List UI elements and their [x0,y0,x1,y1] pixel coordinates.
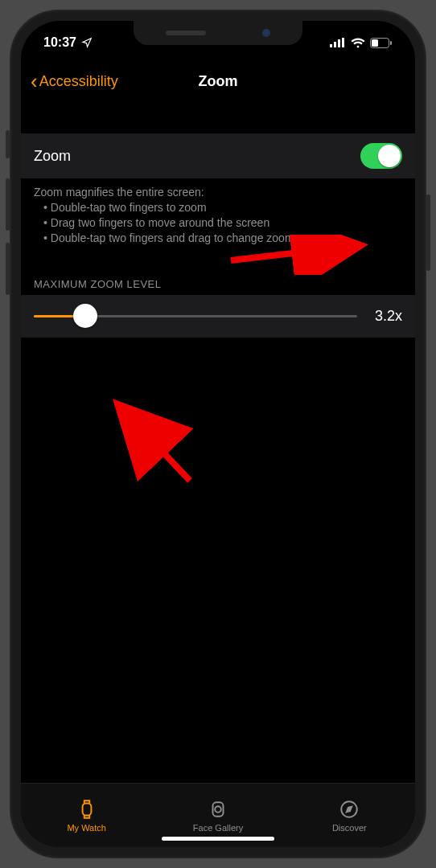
zoom-slider-row: 3.2x [21,295,415,338]
notch [134,21,302,45]
home-indicator[interactable] [162,837,274,841]
front-camera [262,29,270,37]
watch-icon [76,799,97,820]
back-label: Accessibility [39,73,118,90]
svg-rect-3 [342,38,344,47]
desc-item: Drag two fingers to move around the scre… [43,215,402,231]
zoom-toggle[interactable] [360,143,402,169]
phone-frame: 10:37 ‹ Accessibility Zoom Zoom [10,10,426,858]
volume-down-button [6,243,10,295]
tab-label: Discover [332,823,367,833]
svg-rect-2 [338,39,340,47]
max-zoom-header: MAXIMUM ZOOM LEVEL [21,246,415,295]
location-icon [81,37,93,48]
zoom-row-label: Zoom [34,148,71,165]
zoom-row[interactable]: Zoom [21,133,415,178]
desc-item: Double-tap two fingers and drag to chang… [43,231,402,246]
desc-heading: Zoom magnifies the entire screen: [34,185,402,200]
svg-rect-5 [372,39,378,47]
content-area: Zoom Zoom magnifies the entire screen: D… [21,101,415,783]
side-button [6,130,10,158]
tab-label: Face Gallery [193,823,243,833]
speaker [166,31,206,35]
back-button[interactable]: ‹ Accessibility [31,71,118,92]
tab-my-watch[interactable]: My Watch [21,784,152,847]
zoom-value: 3.2x [368,308,402,325]
cellular-signal-icon [330,38,346,47]
annotation-arrow-slider [101,392,198,489]
compass-icon [339,799,360,820]
svg-point-11 [215,806,221,813]
svg-rect-1 [334,42,336,47]
svg-line-8 [121,408,190,481]
power-button [426,194,430,271]
battery-icon [370,38,393,48]
chevron-left-icon: ‹ [31,71,38,92]
tab-label: My Watch [67,823,106,833]
volume-up-button [6,178,10,231]
desc-item: Double-tap two fingers to zoom [43,200,402,215]
page-title: Zoom [199,73,238,90]
slider-thumb[interactable] [73,304,97,328]
svg-rect-9 [82,803,91,815]
nav-bar: ‹ Accessibility Zoom [21,61,415,101]
face-gallery-icon [208,799,228,820]
screen: 10:37 ‹ Accessibility Zoom Zoom [21,21,415,847]
wifi-icon [351,38,365,48]
svg-rect-0 [330,44,332,47]
status-time: 10:37 [43,35,76,50]
zoom-description: Zoom magnifies the entire screen: Double… [21,178,415,246]
tab-discover[interactable]: Discover [284,784,415,847]
zoom-slider[interactable] [34,315,357,317]
svg-rect-6 [390,41,392,45]
